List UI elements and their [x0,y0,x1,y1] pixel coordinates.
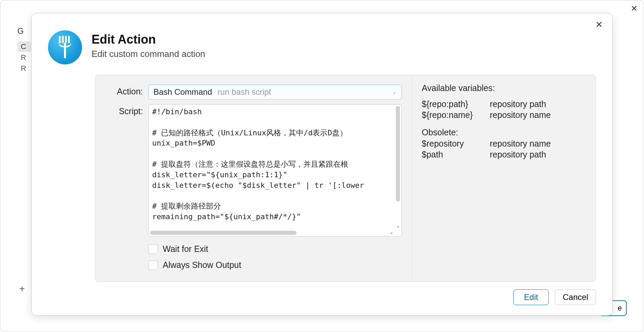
scroll-right-icon[interactable]: ▸ [389,230,395,236]
edit-action-dialog: ✕ Edit Action Edit custom command action [31,13,613,316]
form-area: Action: Bash Command run bash script ⌄ S… [95,75,412,282]
scroll-down-icon[interactable]: ▾ [395,224,401,229]
script-label: Script: [106,104,143,116]
add-button[interactable]: + [17,283,27,294]
fork-app-icon [48,30,82,64]
close-icon[interactable]: ✕ [595,20,603,29]
scrollbar-thumb[interactable] [150,231,296,235]
dialog-body: Action: Bash Command run bash script ⌄ S… [95,75,596,282]
svg-rect-1 [59,36,61,43]
action-value: Bash Command [154,87,212,97]
bg-list-item[interactable]: C [17,41,31,52]
action-label: Action: [106,85,143,96]
scrollbar-thumb[interactable] [396,106,400,201]
variables-panel: Available variables: ${repo:path} reposi… [412,75,596,282]
cancel-button[interactable]: Cancel [555,289,596,305]
edit-button[interactable]: Edit [513,289,549,305]
vertical-scrollbar[interactable]: ▾ [395,106,401,229]
chevron-down-icon: ⌄ [392,89,397,95]
wait-for-exit-checkbox[interactable] [148,244,158,254]
dialog-footer: Edit Cancel [32,282,612,315]
variable-name: $repository [422,139,490,149]
script-content[interactable]: #!/bin/bash # 已知的路径格式（Unix/Linux风格，其中/d表… [152,107,394,229]
dialog-title: Edit Action [92,32,205,47]
always-show-output-label: Always Show Output [163,260,241,270]
variable-desc: repository path [490,150,586,160]
action-combobox[interactable]: Bash Command run bash script ⌄ [148,85,402,100]
variable-name: $path [422,150,490,160]
variable-name: ${repo:name} [422,110,490,120]
svg-rect-3 [65,36,67,43]
bg-list-item[interactable]: R [17,52,31,63]
obsolete-title: Obsolete: [422,127,586,137]
variable-desc: repository name [490,110,586,120]
svg-rect-2 [62,36,64,43]
svg-rect-0 [64,43,66,58]
svg-rect-4 [68,36,70,43]
bg-sidebar-letter: G [17,26,24,36]
script-textarea[interactable]: #!/bin/bash # 已知的路径格式（Unix/Linux风格，其中/d表… [148,104,402,237]
bg-list-item[interactable]: R [17,63,31,74]
variable-desc: repository name [490,139,586,149]
always-show-output-checkbox[interactable] [148,260,158,270]
dialog-subtitle: Edit custom command action [92,49,205,59]
dialog-header: Edit Action Edit custom command action [32,13,612,75]
wait-for-exit-label: Wait for Exit [163,244,208,254]
variable-desc: repository path [490,99,586,109]
variable-name: ${repo:path} [422,99,490,109]
action-hint: run bash script [218,87,271,97]
horizontal-scrollbar[interactable]: ▸ [150,230,394,236]
bg-list: C R R [17,41,31,74]
variables-title: Available variables: [422,83,586,93]
close-icon[interactable]: ✕ [631,4,638,13]
